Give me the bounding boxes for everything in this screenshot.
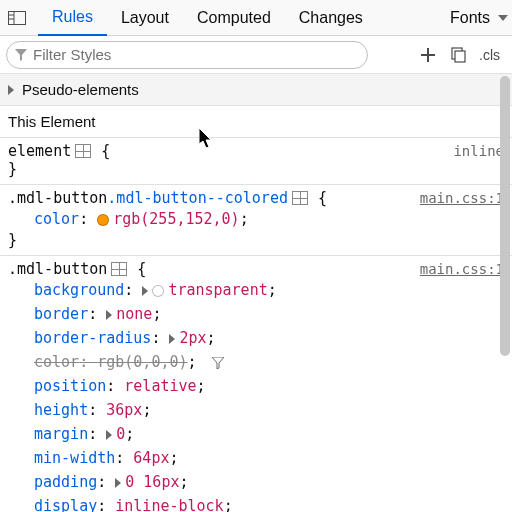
rule-source: inline: [453, 143, 504, 159]
filter-placeholder: Filter Styles: [33, 46, 111, 63]
rules-toolbar: Filter Styles .cls: [0, 36, 512, 74]
declaration-margin[interactable]: margin: 0;: [34, 422, 504, 446]
rule-source-link[interactable]: main.css:1: [420, 261, 504, 277]
devtools-tabbar: Rules Layout Computed Changes Fonts: [0, 0, 512, 36]
declaration-padding[interactable]: padding: 0 16px;: [34, 470, 504, 494]
expand-shorthand-icon[interactable]: [169, 334, 175, 344]
close-brace: }: [8, 160, 504, 178]
svg-rect-5: [455, 51, 465, 62]
declaration-display[interactable]: display: inline-block;: [34, 494, 504, 512]
print-media-button[interactable]: [443, 41, 473, 69]
add-rule-button[interactable]: [413, 41, 443, 69]
open-brace: {: [137, 260, 146, 278]
highlight-icon[interactable]: [111, 262, 127, 276]
rule-inline: element { inline }: [0, 138, 512, 185]
declaration-min-width[interactable]: min-width: 64px;: [34, 446, 504, 470]
close-brace: }: [8, 231, 504, 249]
rule-source-link[interactable]: main.css:1: [420, 190, 504, 206]
selector[interactable]: .mdl-button.mdl-button--colored: [8, 189, 288, 207]
highlight-icon[interactable]: [292, 191, 308, 205]
open-brace: {: [318, 189, 327, 207]
svg-rect-0: [9, 11, 26, 24]
open-brace: {: [101, 142, 110, 160]
rule-mdl-button: .mdl-button { main.css:1 background: tra…: [0, 256, 512, 512]
scrollbar-thumb[interactable]: [500, 76, 510, 356]
rule-mdl-button-colored: .mdl-button.mdl-button--colored { main.c…: [0, 185, 512, 256]
declaration-height[interactable]: height: 36px;: [34, 398, 504, 422]
plus-icon: [420, 47, 436, 63]
declaration-color-overridden[interactable]: color: rgb(0,0,0);: [34, 350, 504, 374]
filter-styles-input[interactable]: Filter Styles: [6, 41, 368, 69]
declaration-color[interactable]: color: rgb(255,152,0);: [34, 207, 504, 231]
tab-layout[interactable]: Layout: [107, 0, 183, 35]
tab-overflow-icon[interactable]: [498, 15, 508, 21]
pseudo-elements-label: Pseudo-elements: [22, 74, 139, 106]
expand-shorthand-icon[interactable]: [106, 430, 112, 440]
filter-overridden-icon[interactable]: [212, 357, 224, 369]
tab-fonts[interactable]: Fonts: [436, 9, 494, 27]
color-swatch-icon[interactable]: [152, 285, 164, 297]
declaration-position[interactable]: position: relative;: [34, 374, 504, 398]
declaration-border-radius[interactable]: border-radius: 2px;: [34, 326, 504, 350]
pseudo-elements-header[interactable]: Pseudo-elements: [0, 74, 512, 106]
tab-computed[interactable]: Computed: [183, 0, 285, 35]
toggle-pane-icon[interactable]: [4, 5, 30, 31]
color-swatch-icon[interactable]: [97, 214, 109, 226]
expand-icon: [8, 85, 14, 95]
this-element-header: This Element: [0, 106, 512, 138]
funnel-icon: [15, 49, 27, 61]
declaration-border[interactable]: border: none;: [34, 302, 504, 326]
tab-rules[interactable]: Rules: [38, 1, 107, 36]
this-element-label: This Element: [8, 113, 96, 130]
selector[interactable]: element: [8, 142, 71, 160]
toggle-classes-button[interactable]: .cls: [473, 47, 506, 63]
expand-shorthand-icon[interactable]: [106, 310, 112, 320]
declaration-background[interactable]: background: transparent;: [34, 278, 504, 302]
highlight-icon[interactable]: [75, 144, 91, 158]
selector[interactable]: .mdl-button: [8, 260, 107, 278]
expand-shorthand-icon[interactable]: [115, 478, 121, 488]
expand-shorthand-icon[interactable]: [142, 286, 148, 296]
tab-changes[interactable]: Changes: [285, 0, 377, 35]
stacked-docs-icon: [449, 47, 467, 63]
